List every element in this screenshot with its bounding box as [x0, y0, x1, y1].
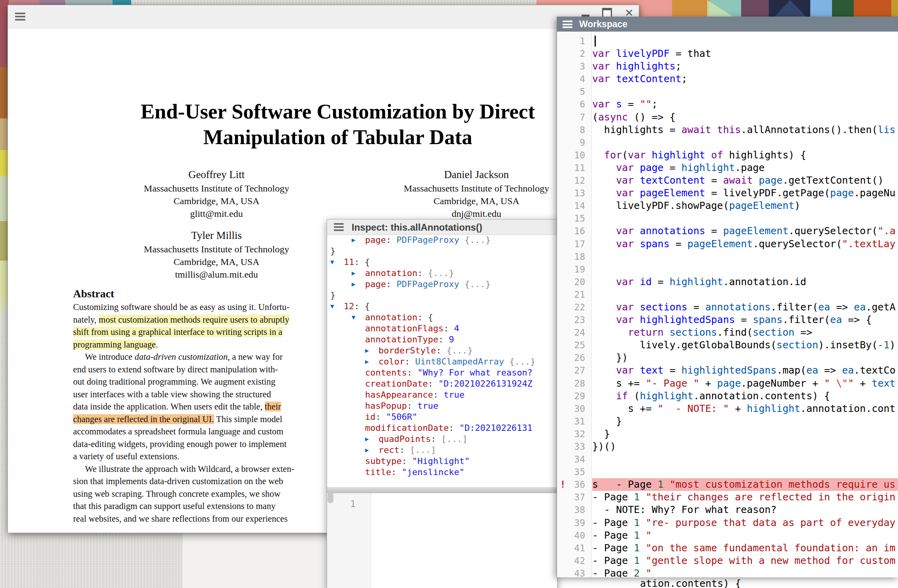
code-line[interactable]: var livelyPDF = that	[592, 47, 898, 60]
minimize-icon[interactable]	[582, 15, 589, 17]
tree-row[interactable]: hasAppearance: true	[327, 389, 557, 400]
tree-row[interactable]: modificationDate: "D:20210226131	[327, 423, 557, 434]
tree-row[interactable]: contents: "Why? For what reason?	[327, 367, 557, 378]
tree-row[interactable]: ▶annotation: {...}	[327, 268, 557, 279]
caret-right-icon[interactable]: ▶	[352, 279, 365, 290]
code-line[interactable]: var textContent;	[592, 73, 898, 85]
highlight-annotation[interactable]: programming language	[73, 340, 156, 349]
gutter-row: 40	[557, 529, 591, 542]
tree-row[interactable]: ▶page: PDFPageProxy {...}	[327, 279, 557, 290]
code-line[interactable]: var id = highlight.annotation.id	[592, 276, 898, 288]
abstract-line: a variety of useful extensions.	[73, 450, 331, 463]
tree-row[interactable]: ▼11: {	[327, 257, 557, 268]
code-line[interactable]	[592, 263, 898, 276]
tree-row[interactable]: }	[327, 290, 557, 301]
tree-row[interactable]: ▶color: Uint8ClampedArray {...}	[327, 356, 557, 367]
gutter-row: 20	[557, 276, 591, 288]
code-line[interactable]: var pageElement = livelyPDF.getPage(page…	[592, 187, 898, 199]
code-line[interactable]: var page = highlight.page	[592, 162, 898, 174]
workspace-editor[interactable]: 1234567891011121314151617181920212223242…	[557, 32, 898, 577]
code-line[interactable]: (async () => {	[592, 111, 898, 124]
code-line[interactable]: })()	[592, 440, 898, 453]
code-line[interactable]: })	[592, 351, 898, 364]
code-line[interactable]	[592, 250, 898, 263]
inspect-titlebar[interactable]: Inspect: this.allAnnotations()	[327, 220, 557, 235]
tree-row[interactable]: annotationType: 9	[327, 334, 557, 345]
code-line[interactable]: var text = highlightedSpans.map(ea => ea…	[592, 364, 898, 377]
tree-row[interactable]: ▼annotation: {	[327, 312, 557, 323]
code-line[interactable]	[592, 85, 898, 98]
highlight-annotation[interactable]: most customization methods require users…	[99, 315, 289, 325]
caret-right-icon[interactable]: ▶	[352, 268, 365, 279]
code-line[interactable]	[592, 466, 898, 478]
code-line[interactable]: var highlights;	[592, 60, 898, 73]
caret-right-icon[interactable]: ▶	[365, 434, 378, 445]
code-line[interactable]: - Page 1 "gentle slope with a new method…	[592, 554, 898, 567]
object-tree[interactable]: ▶page: PDFPageProxy {...}}▼11: {▶annotat…	[327, 235, 557, 487]
workspace-titlebar[interactable]: Workspace	[557, 17, 898, 32]
code-line[interactable]: lively.getGlobalBounds(section).insetBy(…	[592, 339, 898, 351]
tree-row[interactable]: ▼12: {	[327, 301, 557, 312]
code-line[interactable]: var highlightedSpans = spans.filter(ea =…	[592, 314, 898, 326]
code-line[interactable]: - NOTE: Why? For what reason?	[592, 503, 898, 516]
tree-row[interactable]: creationDate: "D:20210226131924Z	[327, 378, 557, 389]
code-line[interactable]: livelyPDF.showPage(pageElement)	[592, 199, 898, 212]
tree-row[interactable]: annotationFlags: 4	[327, 323, 557, 334]
abstract-heading: Abstract	[73, 287, 114, 300]
code-line[interactable]: - Page 1 "their changes are reflected in…	[592, 491, 898, 503]
caret-right-icon[interactable]: ▶	[365, 345, 378, 356]
code-line[interactable]: var annotations = pageElement.querySelec…	[592, 225, 898, 237]
tree-row[interactable]: ▶rect: [...]	[327, 445, 557, 456]
menu-icon[interactable]	[563, 21, 572, 30]
code-line[interactable]: s += " - NOTE: " + highlight.annotation.…	[592, 402, 898, 415]
pdf-toolbar[interactable]: ✕	[8, 5, 639, 28]
caret-down-icon[interactable]: ▼	[330, 257, 344, 268]
code-line[interactable]: - Page 1 "re- purpose that data as part …	[592, 517, 898, 529]
tree-row[interactable]: subtype: "Highlight"	[327, 456, 557, 467]
code-line[interactable]	[592, 453, 898, 466]
tree-row[interactable]: }	[327, 246, 557, 257]
code-line-error[interactable]: s - Page 1 "most customization methods r…	[592, 478, 898, 491]
code-line[interactable]: var textContent = await page.getTextCont…	[592, 174, 898, 187]
caret-right-icon[interactable]: ▶	[352, 235, 365, 246]
highlight-annotation[interactable]: changes are reflected in the original UI…	[73, 414, 214, 424]
code-line[interactable]: - Page 1 "	[592, 529, 898, 542]
highlight-annotation[interactable]: shift from using a graphical interface t…	[73, 327, 282, 337]
tree-row[interactable]: ▶quadPoints: [...]	[327, 434, 557, 445]
menu-icon[interactable]	[15, 13, 25, 22]
highlight-annotation[interactable]: their	[265, 402, 281, 411]
code-line[interactable]: - Page 2 "	[592, 567, 898, 577]
code-line[interactable]: var s = "";	[592, 98, 898, 111]
tree-row[interactable]: id: "506R"	[327, 411, 557, 423]
tree-row[interactable]: hasPopup: true	[327, 400, 557, 411]
code-line[interactable]: return sections.find(section =>	[592, 326, 898, 339]
caret-down-icon[interactable]: ▼	[352, 312, 365, 323]
code-line[interactable]: }	[592, 428, 898, 440]
code-line[interactable]: - Page 1 "on the same fundamental founda…	[592, 542, 898, 554]
caret-right-icon[interactable]: ▶	[365, 356, 378, 367]
caret-down-icon[interactable]: ▼	[330, 301, 344, 312]
code-line[interactable]	[592, 288, 898, 301]
tree-row[interactable]: ▶page: PDFPageProxy {...}	[327, 235, 557, 246]
code-line[interactable]: highlights = await this.allAnnotations()…	[592, 124, 898, 136]
workspace-code[interactable]: var livelyPDF = thatvar highlights;var t…	[592, 32, 898, 577]
tree-row[interactable]: ▶borderStyle: {...}	[327, 345, 557, 356]
code-line[interactable]	[592, 136, 898, 149]
code-line[interactable]: if (highlight.annotation.contents) {	[592, 390, 898, 402]
code-line[interactable]	[592, 35, 898, 47]
code-line[interactable]: for(var highlight of highlights) {	[592, 149, 898, 162]
code-line[interactable]	[592, 212, 898, 225]
abstract-line: end users to extend software by direct m…	[73, 363, 331, 376]
scrollbar-thumb[interactable]	[328, 492, 333, 503]
tree-row[interactable]: title: "jenslincke"	[327, 467, 557, 478]
code-line[interactable]: s += "- Page " + page.pageNumber + " \""…	[592, 377, 898, 390]
caret-right-icon[interactable]: ▶	[365, 445, 378, 456]
code-line[interactable]: var sections = annotations.filter(ea => …	[592, 301, 898, 314]
code-line[interactable]: var spans = pageElement.querySelector(".…	[592, 238, 898, 250]
pane-resizer[interactable]	[327, 487, 557, 494]
menu-icon[interactable]	[334, 223, 344, 233]
line-number: 28	[574, 378, 591, 389]
code-line[interactable]: }	[592, 415, 898, 428]
inspect-code-pane[interactable]: 1	[327, 493, 557, 588]
line-number: 20	[574, 277, 591, 287]
